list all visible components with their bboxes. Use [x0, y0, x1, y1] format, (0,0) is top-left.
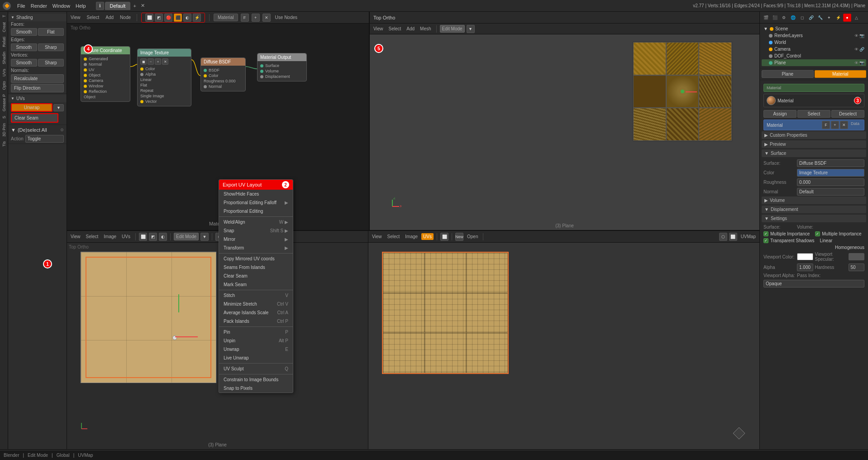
hardness-value[interactable]: 50 — [849, 264, 865, 271]
sidebar-uv-tab[interactable]: UVs — [1, 67, 7, 78]
use-nodes-btn[interactable]: Use Nodes — [273, 14, 299, 21]
node-add-btn[interactable]: Add — [104, 14, 115, 21]
opaque-value[interactable]: Opaque — [763, 280, 864, 288]
color-value[interactable]: Image Texture — [797, 169, 864, 177]
sidebar-shading-tab[interactable]: Shadin — [1, 50, 7, 66]
ctx-snap[interactable]: Snap Shift S ▶ — [219, 226, 293, 235]
sv-select-btn[interactable]: Select — [386, 233, 402, 240]
tree-scene[interactable]: ▼ Scene — [762, 25, 866, 32]
prop-particles-icon[interactable]: ✦ — [825, 14, 833, 22]
node-icon2[interactable]: ◩ — [155, 14, 163, 22]
sv-view-icon[interactable]: ⬡ — [719, 233, 727, 241]
mat-field-add-btn[interactable]: + — [831, 121, 839, 129]
ctx-copy-mirrored[interactable]: Copy Mirrored UV coords — [219, 254, 293, 263]
uv-editmode-btn[interactable]: Edit Mode — [174, 233, 199, 240]
shading-header[interactable]: ▼ Shading — [8, 14, 67, 21]
sv-view-btn[interactable]: View — [370, 233, 384, 240]
add-tab-btn[interactable]: + — [131, 3, 138, 9]
node-add-mat-btn[interactable]: + — [252, 14, 260, 22]
prop-world-icon[interactable]: 🌐 — [789, 14, 797, 22]
edges-smooth-btn[interactable]: Smooth — [11, 43, 37, 51]
recalculate-btn[interactable]: Recalculate — [11, 74, 64, 83]
ctx-unpin[interactable]: Unpin Alt P — [219, 336, 293, 345]
surface-value[interactable]: Diffuse BSDF — [797, 159, 864, 167]
ctx-unwrap[interactable]: Unwrap E — [219, 345, 293, 354]
node-icon4[interactable]: ⬛ — [174, 14, 182, 22]
select-btn[interactable]: Select — [797, 110, 830, 118]
smooth-flat-btn[interactable]: Smooth — [11, 28, 37, 36]
uv-mode-icon3[interactable]: ◐ — [159, 233, 167, 241]
vp-add-btn[interactable]: Add — [405, 25, 416, 32]
menu-file[interactable]: File — [17, 3, 25, 9]
ctx-mark-seam[interactable]: Mark Seam — [219, 280, 293, 289]
diffuse-node[interactable]: Diffuse BSDF BSDF Color Roughness 0.000 … — [200, 58, 246, 91]
prop-constraints-icon[interactable]: 🔗 — [807, 14, 815, 22]
mat-field-del-btn[interactable]: ✕ — [840, 121, 848, 129]
transparent-shadows-checkbox[interactable] — [763, 238, 768, 243]
sv-icon1[interactable]: ⬜ — [440, 233, 448, 241]
tab-plane[interactable]: Plane — [762, 70, 814, 78]
ctx-prop-edit[interactable]: Proportional Editing — [219, 207, 293, 216]
sidebar-create-tab[interactable]: Creat — [1, 21, 7, 34]
vp-mesh-btn[interactable]: Mesh — [418, 25, 433, 32]
sv-open-btn[interactable]: Open — [465, 233, 480, 240]
ctx-constrain-img[interactable]: Constrain to Image Bounds — [219, 375, 293, 384]
tab-material[interactable]: Material — [815, 70, 867, 78]
ctx-uv-sculpt[interactable]: UV Sculpt Q — [219, 364, 293, 373]
ctx-snap-pixels[interactable]: Snap to Pixels — [219, 384, 293, 393]
ctx-seams-from-islands[interactable]: Seams From Islands — [219, 263, 293, 272]
ctx-pack-islands[interactable]: Pack Islands Ctrl P — [219, 317, 293, 326]
vertices-sharp-btn[interactable]: Sharp — [38, 59, 64, 67]
uv-select-btn[interactable]: Select — [84, 233, 100, 240]
data-btn[interactable]: Data — [849, 121, 861, 129]
ctx-transform[interactable]: Transform ▶ — [219, 244, 293, 252]
viewport-color-swatch[interactable] — [797, 253, 813, 260]
img-icon2[interactable]: ~ — [148, 58, 154, 65]
uvs-header[interactable]: ▼ UVs — [8, 95, 67, 102]
multiple-importance-checkbox2[interactable] — [815, 231, 820, 236]
alpha-value[interactable]: 1.000 — [797, 264, 813, 271]
node-del-mat-btn[interactable]: ✕ — [262, 14, 271, 22]
img-icon4[interactable]: ✕ — [162, 58, 168, 65]
uv-editmode-drop[interactable]: ▼ — [200, 233, 209, 241]
sv-image-btn[interactable]: Image — [403, 233, 420, 240]
vp-mode-icon[interactable]: ▼ — [467, 25, 475, 33]
roughness-value[interactable]: 0.000 — [797, 178, 864, 186]
node-icon5[interactable]: ◐ — [183, 14, 191, 22]
mat-field-f-btn[interactable]: F — [822, 121, 830, 129]
ctx-live-unwrap[interactable]: Live Unwrap — [219, 354, 293, 362]
menu-window[interactable]: Window — [52, 3, 70, 9]
sidebar-relations-tab[interactable]: Relati — [1, 35, 7, 48]
prop-data-icon[interactable]: △ — [852, 14, 860, 22]
prop-render-icon[interactable]: 🎬 — [762, 14, 770, 22]
uv-uvs-btn[interactable]: UVs — [120, 233, 132, 240]
ctx-stitch[interactable]: Stitch V — [219, 291, 293, 300]
prop-modifiers-icon[interactable]: 🔧 — [816, 14, 824, 22]
deselect-toggle[interactable]: ▼ (De)select All ⚙ — [8, 126, 67, 134]
vertices-smooth-btn[interactable]: Smooth — [11, 59, 37, 67]
unwrap-dropdown-btn[interactable]: ▼ — [53, 104, 64, 111]
sidebar-3dprint-tab[interactable]: 3D Prin — [1, 122, 7, 138]
deselect-btn[interactable]: Deselect — [831, 110, 864, 118]
prop-layers-icon[interactable]: ⬛ — [771, 14, 779, 22]
ctx-avg-islands[interactable]: Average Islands Scale Ctrl A — [219, 308, 293, 317]
ctx-weld-align[interactable]: Weld/Align W ▶ — [219, 218, 293, 226]
custom-props-section[interactable]: ▶ Custom Properties — [762, 131, 866, 139]
surface-section[interactable]: ▼ Surface — [762, 149, 866, 157]
ctx-min-stretch[interactable]: Minimize Stretch Ctrl V — [219, 300, 293, 308]
vp-view-btn[interactable]: View — [372, 25, 385, 32]
sidebar-tools-tab[interactable]: T — [1, 14, 7, 19]
uv-mode-icon2[interactable]: ◩ — [149, 233, 157, 241]
sidebar-misc-tab[interactable]: S — [1, 115, 7, 120]
node-select-btn[interactable]: Select — [85, 14, 101, 21]
ctx-mirror[interactable]: Mirror ▶ — [219, 235, 293, 244]
uv-mode-icon1[interactable]: ⬜ — [139, 233, 147, 241]
node-material-selector[interactable]: Material — [214, 14, 238, 21]
sv-uvs-btn[interactable]: UVs — [421, 233, 434, 240]
uv-view-btn[interactable]: View — [69, 233, 82, 240]
node-icon3[interactable]: 🔴 — [164, 14, 172, 22]
img-icon1[interactable]: ◼ — [140, 58, 147, 65]
action-value[interactable]: Toggle — [25, 135, 64, 143]
menu-render[interactable]: Render — [31, 3, 47, 9]
sidebar-grease-tab[interactable]: Grease P — [1, 93, 7, 113]
